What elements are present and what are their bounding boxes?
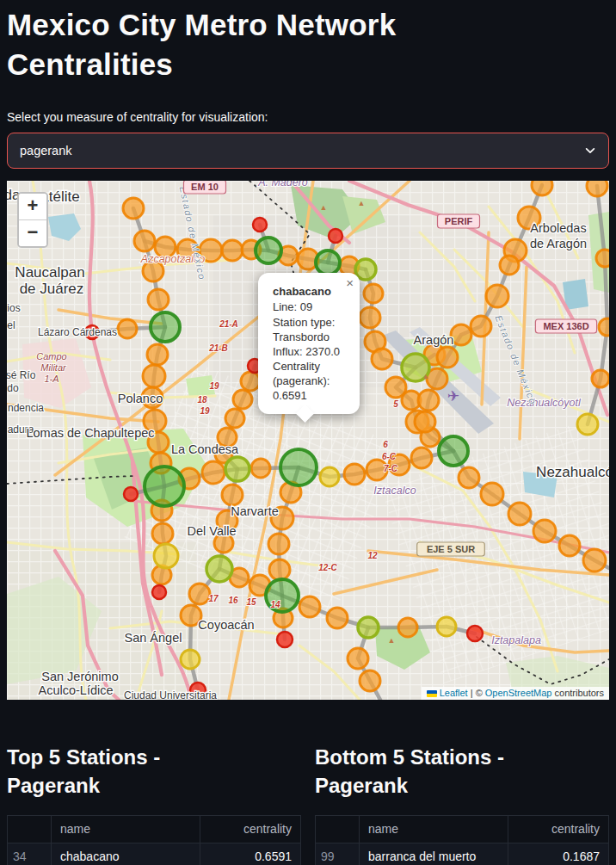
station-marker[interactable] (415, 411, 435, 432)
map-canvas: daatéliteNaucalpande JuárezLázaro Cárden… (7, 181, 609, 700)
map-attribution: Leaflet | © OpenStreetMap contributors (422, 687, 609, 700)
station-marker[interactable] (280, 449, 317, 485)
station-marker[interactable] (124, 487, 138, 501)
station-marker[interactable] (206, 556, 232, 582)
station-marker[interactable] (467, 626, 483, 641)
top5-title: Top 5 Stations - Pagerank (7, 743, 222, 800)
station-marker[interactable] (411, 448, 432, 468)
station-marker[interactable] (599, 318, 609, 336)
station-marker[interactable] (508, 503, 531, 525)
map-label: Militar (40, 362, 67, 373)
station-marker[interactable] (151, 312, 180, 342)
map-label: 1-A (44, 374, 59, 384)
road-shield: PERIF (438, 214, 480, 228)
station-marker[interactable] (147, 344, 168, 365)
map-label: 21-A (219, 319, 238, 329)
zoom-out-button[interactable]: − (19, 220, 46, 246)
station-marker[interactable] (189, 584, 210, 604)
map-label: 5 (393, 399, 398, 409)
station-marker[interactable] (241, 372, 260, 391)
column-header[interactable]: centrality (508, 815, 609, 843)
leaflet-link[interactable]: Leaflet (440, 688, 468, 698)
station-marker[interactable] (500, 256, 519, 275)
top5-table[interactable]: namecentrality34chabacano0.6591 (7, 815, 301, 865)
station-marker[interactable] (154, 544, 178, 568)
station-marker[interactable] (418, 390, 439, 411)
station-marker[interactable] (587, 181, 607, 196)
station-marker[interactable] (327, 608, 348, 628)
station-marker[interactable] (222, 485, 243, 505)
station-marker[interactable] (344, 464, 365, 485)
station-marker[interactable] (596, 250, 609, 267)
station-marker[interactable] (532, 181, 552, 195)
station-marker[interactable] (592, 370, 609, 387)
station-marker[interactable] (222, 240, 243, 261)
bottom5-table[interactable]: namecentrality99barranca del muerto0.168… (315, 815, 609, 865)
station-marker[interactable] (320, 467, 339, 486)
station-marker[interactable] (251, 459, 270, 478)
map-label: do (7, 382, 19, 394)
leaflet-map[interactable]: daatéliteNaucalpande JuárezLázaro Cárden… (7, 181, 609, 700)
station-marker[interactable] (459, 467, 479, 488)
table-row[interactable]: 34chabacano0.6591 (8, 843, 301, 865)
station-marker[interactable] (364, 284, 383, 303)
station-marker[interactable] (181, 650, 200, 669)
column-header[interactable]: name (52, 815, 200, 843)
station-marker[interactable] (398, 618, 417, 637)
column-header[interactable]: centrality (200, 815, 301, 843)
station-marker[interactable] (358, 617, 379, 638)
map-label: Coyoacán (198, 618, 254, 632)
road-shield-label: PERIF (445, 216, 473, 226)
station-marker[interactable] (134, 231, 155, 251)
station-marker[interactable] (143, 365, 165, 387)
station-marker[interactable] (471, 316, 491, 337)
station-marker[interactable] (123, 198, 144, 219)
column-header[interactable] (316, 815, 360, 843)
station-marker[interactable] (316, 250, 340, 275)
openstreetmap-link[interactable]: OpenStreetMap (485, 688, 552, 698)
station-marker[interactable] (148, 289, 169, 310)
station-marker[interactable] (577, 414, 598, 435)
station-marker[interactable] (481, 483, 503, 505)
station-name-cell: chabacano (52, 843, 200, 865)
station-marker[interactable] (348, 648, 368, 669)
station-marker[interactable] (233, 390, 252, 409)
centrality-select-value: pagerank (20, 144, 71, 158)
station-marker[interactable] (437, 617, 456, 636)
station-marker[interactable] (439, 436, 468, 466)
popup-station-name: chabacano (273, 285, 353, 298)
station-marker[interactable] (329, 229, 342, 243)
station-marker[interactable] (559, 535, 580, 556)
station-marker[interactable] (152, 585, 166, 599)
station-marker[interactable] (486, 285, 508, 307)
station-marker[interactable] (355, 259, 376, 280)
map-label: ndencia (8, 402, 44, 414)
column-header[interactable]: name (360, 815, 508, 843)
station-marker[interactable] (437, 347, 458, 368)
station-marker[interactable] (372, 349, 392, 369)
popup-close-icon[interactable]: × (346, 275, 354, 290)
station-marker[interactable] (269, 559, 290, 580)
station-marker[interactable] (533, 520, 556, 542)
peak-icon: ▲ (358, 199, 366, 207)
station-marker[interactable] (299, 596, 320, 617)
station-marker[interactable] (451, 324, 471, 345)
centrality-select[interactable]: pagerank (7, 133, 609, 169)
station-marker[interactable] (360, 307, 380, 328)
station-marker[interactable] (118, 319, 137, 338)
station-marker[interactable] (277, 632, 293, 647)
station-marker[interactable] (256, 238, 281, 263)
station-marker[interactable] (225, 457, 249, 481)
column-header[interactable] (8, 815, 52, 843)
station-marker[interactable] (202, 461, 225, 484)
station-marker[interactable] (253, 218, 267, 232)
station-marker[interactable] (152, 523, 173, 544)
map-label: Polanco (118, 392, 163, 405)
station-marker[interactable] (360, 670, 380, 691)
station-marker[interactable] (225, 409, 244, 428)
zoom-in-button[interactable]: + (19, 194, 46, 220)
table-row[interactable]: 99barranca del muerto0.1687 (316, 843, 609, 865)
station-marker[interactable] (583, 549, 606, 572)
station-marker[interactable] (145, 466, 184, 506)
station-marker[interactable] (268, 534, 289, 554)
